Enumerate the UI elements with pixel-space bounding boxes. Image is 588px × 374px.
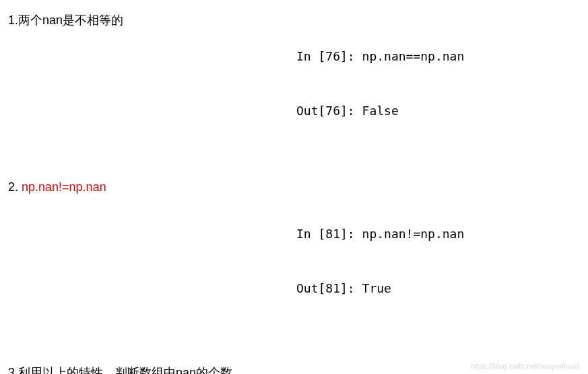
item1-label: 两个nan是不相等的 bbox=[18, 13, 123, 27]
item1-num: 1. bbox=[8, 11, 18, 30]
out81-label: Out[81]: bbox=[296, 281, 362, 295]
out76-label: Out[76]: bbox=[296, 104, 362, 118]
item2-code: np.nan!=np.nan bbox=[22, 180, 106, 194]
in81-expr: np.nan!=np.nan bbox=[362, 227, 465, 241]
left-item-1: 1.两个nan是不相等的 bbox=[0, 7, 296, 34]
document-container: 1.两个nan是不相等的 In [76]: np.nan==np.nan Out… bbox=[0, 7, 588, 374]
in76-label: In [76]: bbox=[296, 49, 362, 63]
item3-num: 3. bbox=[8, 363, 18, 374]
left-item-3: 3.利用以上的特性，判断数组中nan的个数 bbox=[0, 359, 296, 374]
code-block-1: In [76]: np.nan==np.nan Out[76]: False bbox=[296, 11, 588, 156]
in81-label: In [81]: bbox=[296, 227, 362, 241]
item3-label: 利用以上的特性，判断数组中nan的个数 bbox=[18, 366, 232, 374]
out81-val: True bbox=[362, 281, 391, 295]
item2-num: 2. bbox=[8, 178, 18, 197]
row-2: 2. np.nan!=np.nan In [81]: np.nan!=np.na… bbox=[0, 161, 588, 334]
out76-val: False bbox=[362, 104, 399, 118]
left-item-2: 2. np.nan!=np.nan bbox=[0, 174, 296, 200]
in76-expr: np.nan==np.nan bbox=[362, 49, 465, 63]
watermark-text: https://blog.csdn.net/houyanhua1 bbox=[471, 362, 580, 370]
row-1: 1.两个nan是不相等的 In [76]: np.nan==np.nan Out… bbox=[0, 7, 588, 156]
code-block-2: In [81]: np.nan!=np.nan Out[81]: True bbox=[296, 188, 588, 334]
